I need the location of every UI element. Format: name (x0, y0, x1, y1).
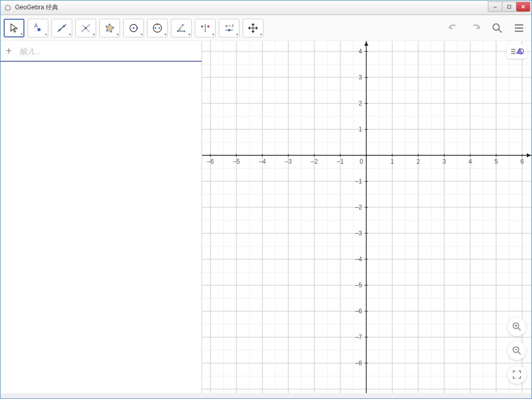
svg-point-3 (5, 8, 6, 9)
tool-move[interactable] (4, 19, 24, 37)
tool-ellipse[interactable] (147, 19, 168, 37)
fullscreen-button[interactable] (508, 365, 526, 384)
menu-button[interactable] (510, 19, 528, 37)
svg-point-32 (201, 25, 203, 28)
svg-text:–8: –8 (355, 360, 363, 367)
tool-polygon[interactable] (99, 19, 120, 37)
svg-point-27 (156, 23, 158, 25)
add-icon[interactable]: + (6, 45, 12, 57)
svg-point-1 (7, 5, 8, 6)
svg-text:3: 3 (358, 74, 362, 81)
input-row: + (1, 41, 202, 62)
svg-text:2: 2 (358, 100, 362, 107)
maximize-button[interactable] (502, 2, 516, 12)
svg-text:–1: –1 (337, 158, 344, 165)
svg-text:–5: –5 (355, 282, 363, 289)
svg-point-12 (63, 25, 65, 27)
svg-point-28 (177, 30, 179, 32)
svg-text:A: A (34, 23, 38, 29)
svg-point-9 (37, 28, 41, 31)
tool-reflect[interactable] (195, 19, 216, 37)
style-bar-toggle[interactable] (507, 44, 527, 59)
svg-text:–3: –3 (285, 158, 292, 165)
status-bar (1, 393, 531, 398)
svg-text:–1: –1 (355, 178, 363, 185)
window-title: GeoGebra 经典 (15, 3, 488, 12)
svg-text:–4: –4 (259, 158, 266, 165)
svg-point-16 (109, 23, 111, 25)
svg-point-2 (9, 8, 10, 9)
svg-text:3: 3 (443, 158, 446, 165)
tool-perpendicular[interactable] (75, 19, 96, 37)
svg-point-29 (184, 30, 185, 32)
svg-point-17 (113, 26, 114, 28)
svg-line-10 (58, 24, 66, 32)
tool-circle[interactable] (123, 19, 144, 37)
svg-text:0: 0 (360, 158, 363, 165)
algebra-panel: + (1, 41, 202, 393)
svg-line-184 (518, 352, 521, 354)
zoom-in-button[interactable] (508, 317, 526, 336)
svg-point-33 (207, 25, 209, 28)
graphics-view[interactable]: –6–5–4–3–2–10123456–8–7–6–5–4–3–2–11234 (202, 41, 531, 393)
svg-text:–7: –7 (355, 334, 363, 341)
zoom-out-button[interactable] (508, 341, 526, 360)
tool-slider[interactable]: a = 2 (219, 19, 240, 37)
close-button[interactable] (516, 2, 530, 12)
algebra-input[interactable] (19, 47, 196, 56)
svg-text:2: 2 (417, 158, 420, 165)
tool-line[interactable] (51, 19, 72, 37)
tool-move-view[interactable] (243, 19, 263, 37)
minimize-button[interactable] (488, 2, 502, 12)
svg-line-40 (499, 30, 501, 32)
svg-text:–3: –3 (355, 230, 363, 237)
svg-point-26 (158, 27, 160, 29)
svg-text:1: 1 (391, 158, 394, 165)
tool-point[interactable]: A (28, 19, 48, 37)
svg-point-18 (111, 31, 112, 32)
app-icon (4, 4, 12, 12)
svg-text:6: 6 (521, 158, 524, 165)
search-button[interactable] (488, 19, 507, 37)
svg-point-25 (154, 27, 156, 29)
toolbar: Aa = 2 (1, 15, 531, 41)
svg-text:–6: –6 (355, 308, 363, 315)
svg-text:–2: –2 (355, 204, 363, 211)
svg-rect-5 (508, 5, 511, 8)
svg-text:–6: –6 (207, 158, 214, 165)
svg-point-23 (136, 27, 138, 29)
svg-point-11 (59, 29, 61, 31)
svg-point-15 (85, 27, 87, 29)
svg-text:5: 5 (495, 158, 498, 165)
svg-point-36 (228, 29, 230, 31)
svg-text:4: 4 (358, 48, 362, 55)
svg-point-20 (106, 25, 108, 27)
svg-point-30 (182, 24, 184, 25)
svg-text:–2: –2 (311, 158, 318, 165)
svg-text:–4: –4 (355, 256, 363, 263)
title-bar: GeoGebra 经典 (1, 1, 531, 15)
svg-text:4: 4 (469, 158, 472, 165)
svg-text:–5: –5 (233, 158, 240, 165)
svg-text:a = 2: a = 2 (225, 24, 234, 28)
svg-point-22 (132, 27, 135, 29)
undo-button[interactable] (444, 19, 463, 37)
svg-point-39 (493, 24, 499, 30)
svg-line-180 (518, 328, 521, 330)
tool-angle[interactable] (171, 19, 192, 37)
svg-text:1: 1 (358, 126, 362, 133)
svg-point-0 (5, 5, 10, 10)
redo-button[interactable] (466, 19, 485, 37)
svg-point-19 (107, 30, 108, 31)
